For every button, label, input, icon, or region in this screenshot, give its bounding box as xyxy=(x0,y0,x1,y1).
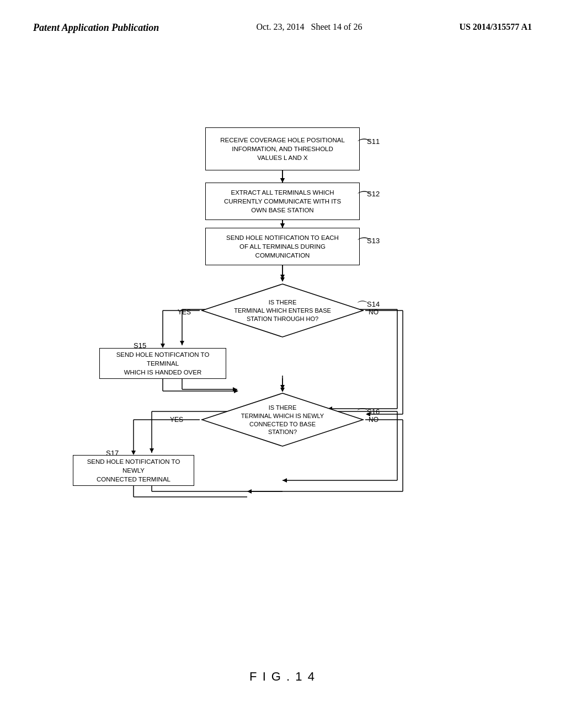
s11-bracket: ⌒ xyxy=(356,136,372,157)
svg-marker-49 xyxy=(131,451,136,455)
s17-label: S17 xyxy=(106,449,119,457)
s14-diamond-text: IS THERETERMINAL WHICH ENTERS BASESTATIO… xyxy=(200,282,365,340)
s14-no-label: NO xyxy=(369,308,379,316)
svg-marker-30 xyxy=(280,223,285,228)
svg-marker-24 xyxy=(282,478,287,483)
s16-yes-label: YES xyxy=(170,416,183,424)
s14-label: S14 xyxy=(367,300,380,308)
svg-marker-28 xyxy=(280,178,285,183)
s16-label: S16 xyxy=(367,408,380,416)
s16-diamond-wrap: IS THERETERMINAL WHICH IS NEWLYCONNECTED… xyxy=(200,391,365,449)
figure-caption: F I G . 1 4 xyxy=(0,670,565,684)
svg-marker-1 xyxy=(280,178,285,183)
svg-marker-3 xyxy=(280,223,285,228)
s13-bracket: ⌒ xyxy=(356,234,372,255)
svg-marker-17 xyxy=(280,385,285,389)
s16-no-label: NO xyxy=(369,416,379,424)
s14-bracket: ⌒ xyxy=(356,298,369,315)
header-right: US 2014/315577 A1 xyxy=(459,22,532,32)
s15-label: S15 xyxy=(134,341,146,350)
svg-marker-5 xyxy=(280,275,285,279)
page-header: Patent Application Publication Oct. 23, … xyxy=(0,0,565,45)
s17-box: SEND HOLE NOTIFICATION TO NEWLYCONNECTED… xyxy=(73,455,194,486)
s16-diamond-text: IS THERETERMINAL WHICH IS NEWLYCONNECTED… xyxy=(200,391,365,449)
header-center: Oct. 23, 2014 Sheet 14 of 26 xyxy=(256,22,362,32)
s13-box: SEND HOLE NOTIFICATION TO EACHOF ALL TER… xyxy=(205,228,360,265)
s12-box: EXTRACT ALL TERMINALS WHICHCURRENTLY COM… xyxy=(205,183,360,220)
svg-marker-8 xyxy=(180,341,184,345)
svg-marker-20 xyxy=(150,448,154,453)
s11-box: RECEIVE COVERAGE HOLE POSITIONALINFORMAT… xyxy=(205,127,360,170)
s12-bracket: ⌒ xyxy=(356,188,372,209)
s16-bracket: ⌒ xyxy=(356,406,369,422)
header-left: Patent Application Publication xyxy=(33,22,159,34)
s15-box: SEND HOLE NOTIFICATION TO TERMINALWHICH … xyxy=(99,348,226,379)
svg-marker-53 xyxy=(247,489,252,494)
s14-yes-label: YES xyxy=(178,308,191,316)
svg-marker-36 xyxy=(161,344,165,348)
s14-diamond-wrap: IS THERETERMINAL WHICH ENTERS BASESTATIO… xyxy=(200,282,365,340)
svg-marker-32 xyxy=(280,277,285,282)
